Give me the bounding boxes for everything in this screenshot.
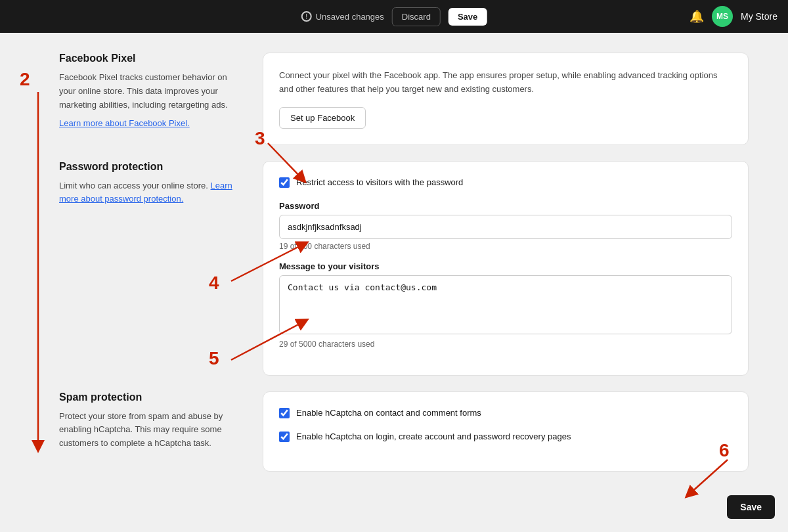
spam-protection-right: Enable hCaptcha on contact and comment f… bbox=[263, 391, 749, 472]
password-field-label: Password bbox=[279, 201, 732, 211]
store-name-label: My Store bbox=[741, 11, 777, 22]
message-textarea[interactable]: Contact us via contact@us.com bbox=[279, 275, 732, 334]
password-protection-left: Password protection Limit who can access… bbox=[59, 161, 243, 376]
warning-icon: ! bbox=[301, 11, 312, 22]
spam-protection-section: Spam protection Protect your store from … bbox=[59, 391, 749, 472]
message-field-label: Message to your visitors bbox=[279, 261, 732, 271]
save-top-button[interactable]: Save bbox=[449, 8, 487, 26]
password-protection-right: Restrict access to visitors with the pas… bbox=[263, 161, 749, 376]
facebook-pixel-learn-link[interactable]: Learn more about Facebook Pixel. bbox=[59, 118, 190, 128]
facebook-pixel-right-desc: Connect your pixel with the Facebook app… bbox=[279, 69, 732, 97]
discard-button[interactable]: Discard bbox=[392, 7, 441, 26]
facebook-pixel-section: Facebook Pixel Facebook Pixel tracks cus… bbox=[59, 53, 749, 145]
facebook-pixel-right: Connect your pixel with the Facebook app… bbox=[263, 53, 749, 145]
restrict-access-label: Restrict access to visitors with the pas… bbox=[296, 177, 463, 187]
unsaved-label: Unsaved changes bbox=[316, 12, 384, 22]
password-char-count: 19 of 100 characters used bbox=[279, 242, 732, 251]
message-char-count: 29 of 5000 characters used bbox=[279, 340, 732, 349]
password-protection-title: Password protection bbox=[59, 161, 243, 173]
bell-icon[interactable]: 🔔 bbox=[690, 9, 704, 24]
avatar: MS bbox=[712, 6, 733, 27]
save-bottom-button[interactable]: Save bbox=[727, 495, 775, 519]
hcaptcha-contact-row: Enable hCaptcha on contact and comment f… bbox=[279, 408, 732, 418]
topbar: ! Unsaved changes Discard Save 🔔 MS My S… bbox=[0, 0, 788, 33]
facebook-pixel-desc: Facebook Pixel tracks customer behavior … bbox=[59, 71, 243, 112]
hcaptcha-contact-checkbox[interactable] bbox=[279, 408, 290, 418]
password-protection-desc: Limit who can access your online store. … bbox=[59, 179, 243, 207]
spam-protection-title: Spam protection bbox=[59, 391, 243, 403]
password-protection-section: Password protection Limit who can access… bbox=[59, 161, 749, 376]
restrict-access-row: Restrict access to visitors with the pas… bbox=[279, 177, 732, 188]
topbar-center: ! Unsaved changes Discard Save bbox=[301, 7, 487, 26]
main-content: Facebook Pixel Facebook Pixel tracks cus… bbox=[0, 33, 788, 507]
hcaptcha-login-label: Enable hCaptcha on login, create account… bbox=[296, 432, 571, 441]
topbar-right: 🔔 MS My Store bbox=[690, 6, 777, 27]
facebook-pixel-left: Facebook Pixel Facebook Pixel tracks cus… bbox=[59, 53, 243, 145]
hcaptcha-login-checkbox[interactable] bbox=[279, 432, 290, 442]
hcaptcha-login-row: Enable hCaptcha on login, create account… bbox=[279, 432, 732, 442]
unsaved-indicator: ! Unsaved changes bbox=[301, 11, 384, 22]
spam-protection-left: Spam protection Protect your store from … bbox=[59, 391, 243, 472]
restrict-access-checkbox[interactable] bbox=[279, 177, 290, 188]
password-input[interactable] bbox=[279, 215, 732, 239]
spam-protection-desc: Protect your store from spam and abuse b… bbox=[59, 410, 243, 451]
setup-facebook-button[interactable]: Set up Facebook bbox=[279, 107, 366, 129]
hcaptcha-contact-label: Enable hCaptcha on contact and comment f… bbox=[296, 408, 481, 418]
facebook-pixel-title: Facebook Pixel bbox=[59, 53, 243, 64]
